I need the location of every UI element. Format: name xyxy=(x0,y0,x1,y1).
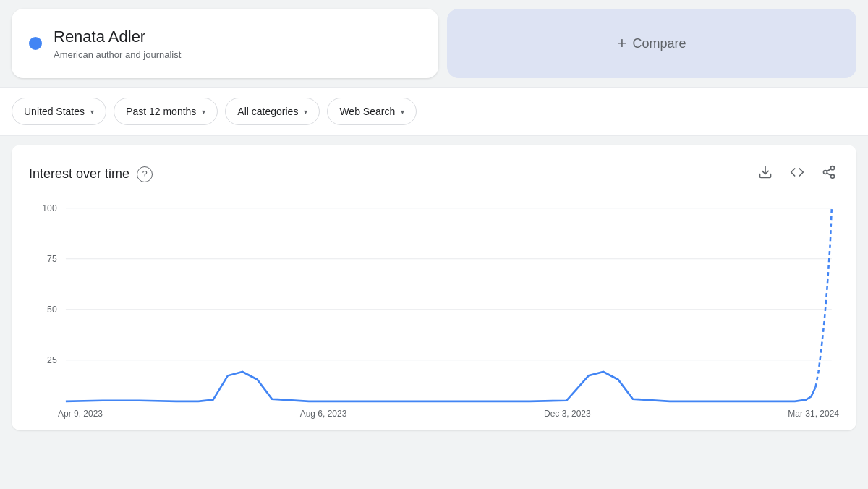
chart-line-solid xyxy=(66,372,816,401)
search-subtitle: American author and journalist xyxy=(54,49,181,60)
top-section: Renata Adler American author and journal… xyxy=(0,0,868,87)
chart-title-group: Interest over time ? xyxy=(29,166,153,182)
chart-card: Interest over time ? xyxy=(12,145,856,430)
compare-label: Compare xyxy=(632,36,686,51)
search-type-label: Web Search xyxy=(339,106,395,117)
region-label: United States xyxy=(24,106,85,117)
share-button[interactable] xyxy=(819,162,839,186)
time-filter[interactable]: Past 12 months ▾ xyxy=(114,98,218,125)
svg-text:75: 75 xyxy=(47,254,57,264)
chevron-down-icon: ▾ xyxy=(401,108,404,116)
svg-text:50: 50 xyxy=(47,305,57,315)
download-button[interactable] xyxy=(755,162,775,186)
svg-line-5 xyxy=(827,169,831,171)
category-label: All categories xyxy=(237,106,298,117)
chart-header: Interest over time ? xyxy=(29,162,839,186)
chart-line-dashed xyxy=(815,208,831,388)
code-icon xyxy=(790,165,804,179)
x-label-aug: Aug 6, 2023 xyxy=(300,409,347,419)
help-icon[interactable]: ? xyxy=(137,166,153,182)
x-label-apr: Apr 9, 2023 xyxy=(58,409,103,419)
chart-svg: 100 75 50 25 xyxy=(29,200,839,403)
x-label-dec: Dec 3, 2023 xyxy=(544,409,591,419)
embed-button[interactable] xyxy=(787,162,807,186)
svg-line-4 xyxy=(827,173,831,175)
search-type-filter[interactable]: Web Search ▾ xyxy=(327,98,417,125)
download-icon xyxy=(758,165,773,179)
chart-actions xyxy=(755,162,839,186)
share-icon xyxy=(822,165,836,179)
x-label-mar: Mar 31, 2024 xyxy=(788,409,839,419)
search-dot-indicator xyxy=(29,37,42,50)
time-label: Past 12 months xyxy=(126,106,196,117)
search-card: Renata Adler American author and journal… xyxy=(12,9,438,78)
chart-area: 100 75 50 25 xyxy=(29,200,839,403)
svg-text:25: 25 xyxy=(47,355,57,365)
svg-text:100: 100 xyxy=(42,203,56,213)
plus-icon: + xyxy=(618,34,627,53)
chevron-down-icon: ▾ xyxy=(304,108,307,116)
main-content: Interest over time ? xyxy=(0,136,868,439)
filters-section: United States ▾ Past 12 months ▾ All cat… xyxy=(0,87,868,136)
chevron-down-icon: ▾ xyxy=(202,108,205,116)
search-info: Renata Adler American author and journal… xyxy=(54,27,181,60)
x-axis-labels: Apr 9, 2023 Aug 6, 2023 Dec 3, 2023 Mar … xyxy=(29,403,839,419)
compare-card[interactable]: + Compare xyxy=(447,9,856,78)
region-filter[interactable]: United States ▾ xyxy=(12,98,106,125)
chevron-down-icon: ▾ xyxy=(90,108,94,116)
chart-title: Interest over time xyxy=(29,166,129,182)
question-mark: ? xyxy=(142,169,147,179)
category-filter[interactable]: All categories ▾ xyxy=(225,98,320,125)
search-title: Renata Adler xyxy=(54,27,181,46)
